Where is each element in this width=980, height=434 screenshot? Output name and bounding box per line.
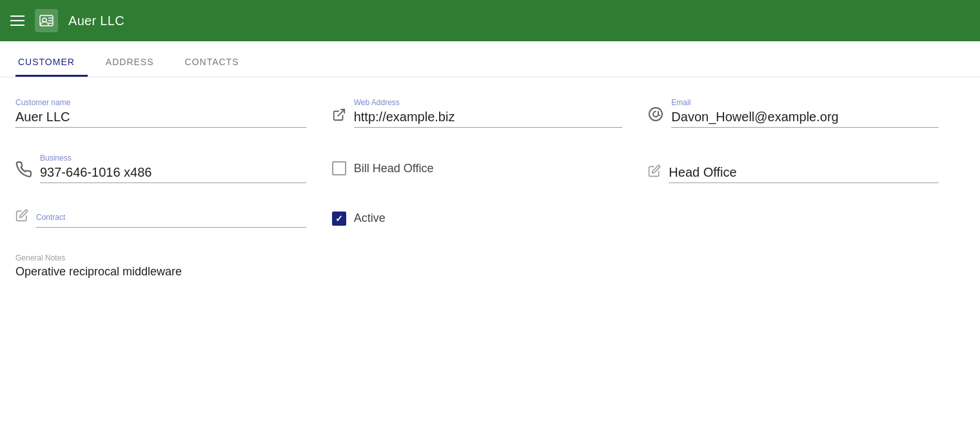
business-phone-field: Business 937-646-1016 x486 xyxy=(15,153,332,183)
customer-form: Customer name Auer LLC Web Address http:… xyxy=(0,77,980,299)
tab-customer[interactable]: CUSTOMER xyxy=(15,46,88,77)
email-field: Email Davon_Howell@example.org xyxy=(648,98,965,128)
svg-point-6 xyxy=(649,108,662,121)
bill-head-office-field: Bill Head Office xyxy=(332,153,649,183)
active-checkbox[interactable] xyxy=(332,212,346,226)
contract-area: Contract xyxy=(36,213,306,228)
email-label: Email xyxy=(671,98,691,107)
customer-name-label: Customer name xyxy=(15,98,306,107)
web-address-label: Web Address xyxy=(354,98,400,107)
contract-edit-icon[interactable] xyxy=(15,209,28,225)
email-value: Davon_Howell@example.org xyxy=(671,110,939,128)
head-office-field: Head Office xyxy=(648,153,965,183)
form-row-3: Contract Active xyxy=(15,209,965,228)
svg-line-5 xyxy=(338,110,344,116)
business-phone-value: 937-646-1016 x486 xyxy=(40,165,306,183)
bill-head-office-label: Bill Head Office xyxy=(354,162,434,175)
contract-value xyxy=(36,224,306,228)
head-office-area: Head Office xyxy=(669,163,939,183)
active-label: Active xyxy=(354,212,386,225)
contract-field: Contract xyxy=(15,209,332,228)
email-icon xyxy=(648,106,663,125)
web-address-area: Web Address http://example.biz xyxy=(354,98,623,128)
empty-field-3 xyxy=(648,209,965,228)
business-phone-area: Business 937-646-1016 x486 xyxy=(40,153,306,183)
active-field: Active xyxy=(332,209,649,228)
business-label: Business xyxy=(40,153,72,163)
web-address-field: Web Address http://example.biz xyxy=(332,98,649,128)
email-area: Email Davon_Howell@example.org xyxy=(671,98,939,128)
phone-icon xyxy=(15,161,32,181)
tab-bar: CUSTOMER ADDRESS CONTACTS xyxy=(0,46,980,77)
head-office-value: Head Office xyxy=(669,165,939,183)
edit-icon[interactable] xyxy=(648,164,661,181)
form-row-2: Business 937-646-1016 x486 Bill Head Off… xyxy=(15,153,965,183)
general-notes-value: Operative reciprocal middleware xyxy=(15,265,965,279)
bill-head-office-checkbox[interactable] xyxy=(332,161,346,175)
tab-contacts[interactable]: CONTACTS xyxy=(182,46,252,77)
customer-name-value: Auer LLC xyxy=(15,110,306,128)
general-notes-label: General Notes xyxy=(15,253,965,262)
header-title: Auer LLC xyxy=(68,14,124,28)
external-link-icon xyxy=(332,108,346,125)
contract-label: Contract xyxy=(36,213,65,222)
form-row-1: Customer name Auer LLC Web Address http:… xyxy=(15,98,965,128)
app-icon xyxy=(35,9,58,32)
customer-name-field: Customer name Auer LLC xyxy=(15,98,332,128)
svg-point-1 xyxy=(43,18,46,22)
app-header: Auer LLC xyxy=(0,0,980,41)
menu-button[interactable] xyxy=(10,15,24,26)
general-notes-section: General Notes Operative reciprocal middl… xyxy=(15,253,965,279)
tab-address[interactable]: ADDRESS xyxy=(103,46,167,77)
web-address-value: http://example.biz xyxy=(354,110,623,128)
